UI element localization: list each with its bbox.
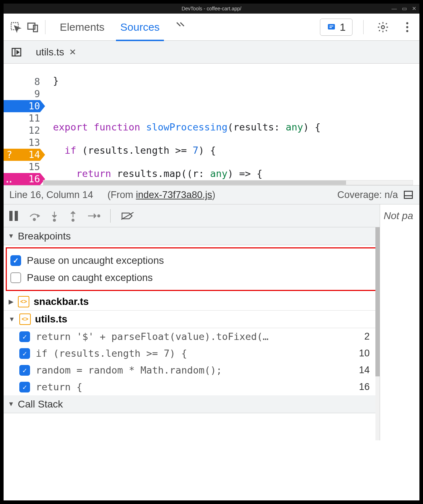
gutter-line[interactable]: 9 <box>4 88 40 100</box>
collapse-icon: ▼ <box>8 232 14 240</box>
line-gutter[interactable]: 8 9 10 11 12 13 14 15 16 <box>4 64 49 185</box>
source-info: (From index-73f73a80.js) <box>107 189 215 201</box>
expand-icon: ▶ <box>9 298 14 306</box>
close-button[interactable]: ✕ <box>412 5 417 12</box>
svg-rect-5 <box>330 27 332 28</box>
step-into-icon[interactable] <box>50 210 59 222</box>
breakpoint-checkbox[interactable] <box>19 382 30 392</box>
window-title: DevTools - coffee-cart.app/ <box>181 6 241 11</box>
breakpoint-checkbox[interactable] <box>19 331 30 342</box>
close-tab-icon[interactable]: ✕ <box>69 47 76 57</box>
breakpoint-checkbox[interactable] <box>19 348 30 359</box>
debug-separator <box>110 209 111 223</box>
svg-point-8 <box>406 26 408 28</box>
breakpoint-code: random = random * Math.random(); <box>36 365 222 376</box>
debugger-sidebar: ▼ Breakpoints Pause on uncaught exceptio… <box>4 204 380 440</box>
coverage-info: Coverage: n/a <box>337 189 398 201</box>
breakpoint-line: 16 <box>359 381 375 392</box>
file-tab-bar: utils.ts ✕ <box>4 41 419 64</box>
pause-uncaught-label: Pause on uncaught exceptions <box>27 255 164 266</box>
callstack-section-header[interactable]: ▼ Call Stack <box>4 395 380 413</box>
pause-caught-row[interactable]: Pause on caught exceptions <box>10 269 373 286</box>
svg-rect-12 <box>404 191 413 198</box>
exception-settings-highlight: Pause on uncaught exceptions Pause on ca… <box>6 247 378 291</box>
bottom-drawer-icon[interactable] <box>403 189 414 200</box>
breakpoints-label: Breakpoints <box>18 231 71 242</box>
code-editor[interactable]: 8 9 10 11 12 13 14 15 16 } export functi… <box>4 64 419 185</box>
devtools-window: DevTools - coffee-cart.app/ — ▭ ✕ Elemen… <box>4 4 419 500</box>
pause-uncaught-checkbox[interactable] <box>10 255 21 266</box>
callstack-label: Call Stack <box>18 399 63 410</box>
breakpoint-checkbox[interactable] <box>19 365 30 376</box>
breakpoint-item[interactable]: return '$' + parseFloat(value).toFixed(…… <box>4 328 380 345</box>
svg-point-9 <box>406 30 408 32</box>
breakpoint-line: 10 <box>359 348 375 359</box>
step-out-icon[interactable] <box>69 210 77 222</box>
more-tabs-icon[interactable] <box>175 15 188 40</box>
gutter-line-logpoint[interactable]: 16 <box>4 173 40 185</box>
editor-status-bar: Line 16, Column 14 (From index-73f73a80.… <box>4 185 419 204</box>
bp-file-utils[interactable]: ▼ <> utils.ts <box>4 311 380 328</box>
settings-icon[interactable] <box>374 19 392 36</box>
navigator-toggle-icon[interactable] <box>4 46 29 58</box>
issues-button[interactable]: 1 <box>320 19 352 36</box>
issue-icon <box>327 23 336 32</box>
script-icon: <> <box>18 296 29 307</box>
window-controls: — ▭ ✕ <box>392 5 417 12</box>
breakpoint-item[interactable]: random = random * Math.random(); 14 <box>4 362 380 379</box>
svg-rect-15 <box>15 211 18 221</box>
code-body[interactable]: } export function slowProcessing(results… <box>49 64 419 185</box>
gutter-line[interactable]: 12 <box>4 124 40 137</box>
tab-elements[interactable]: Elements <box>60 15 104 40</box>
device-toggle-icon[interactable] <box>24 19 42 36</box>
gutter-line[interactable]: 15 <box>4 161 40 173</box>
breakpoint-code: return '$' + parseFloat(value).toFixed(… <box>36 331 268 342</box>
main-toolbar: Elements Sources 1 <box>4 14 419 41</box>
pause-uncaught-row[interactable]: Pause on uncaught exceptions <box>10 252 373 269</box>
gutter-line[interactable]: 11 <box>4 112 40 124</box>
toolbar-separator-2 <box>363 20 364 34</box>
deactivate-breakpoints-icon[interactable] <box>121 211 134 221</box>
minimize-button[interactable]: — <box>392 5 397 12</box>
toolbar-right: 1 <box>320 19 416 36</box>
pause-caught-label: Pause on caught exceptions <box>27 272 153 283</box>
pause-caught-checkbox[interactable] <box>10 272 21 283</box>
svg-point-20 <box>72 219 74 221</box>
gutter-line[interactable]: 13 <box>4 137 40 149</box>
horizontal-scrollbar[interactable] <box>43 180 413 185</box>
collapse-icon: ▼ <box>9 316 15 323</box>
svg-point-16 <box>33 218 35 221</box>
collapse-icon: ▼ <box>8 400 14 408</box>
breakpoint-item[interactable]: if (results.length >= 7) { 10 <box>4 345 380 362</box>
gutter-line-breakpoint[interactable]: 10 <box>4 100 40 112</box>
debugger-panes: ▼ Breakpoints Pause on uncaught exceptio… <box>4 204 419 440</box>
breakpoints-section-header[interactable]: ▼ Breakpoints <box>4 227 380 245</box>
bp-file-snackbar[interactable]: ▶ <> snackbar.ts <box>4 293 380 311</box>
titlebar: DevTools - coffee-cart.app/ — ▭ ✕ <box>4 4 419 14</box>
vertical-scrollbar[interactable] <box>375 227 380 440</box>
not-paused-text: Not pa <box>384 210 413 221</box>
gutter-line[interactable] <box>4 64 40 76</box>
svg-rect-4 <box>330 25 334 26</box>
toolbar-separator <box>45 20 45 34</box>
tab-sources[interactable]: Sources <box>120 15 160 40</box>
pause-resume-icon[interactable] <box>9 210 19 222</box>
breakpoint-line: 14 <box>359 365 375 376</box>
gutter-line[interactable]: 8 <box>4 76 40 88</box>
step-over-icon[interactable] <box>29 210 40 222</box>
svg-point-7 <box>406 22 408 24</box>
file-tab-utils[interactable]: utils.ts ✕ <box>29 41 83 65</box>
breakpoint-code: if (results.length >= 7) { <box>36 348 187 359</box>
script-icon: <> <box>19 313 31 325</box>
tab-panel: Elements Sources <box>60 15 188 40</box>
svg-point-6 <box>381 25 385 29</box>
source-map-link[interactable]: index-73f73a80.js <box>136 189 212 200</box>
inspect-element-icon[interactable] <box>7 19 24 36</box>
breakpoint-line: 2 <box>364 331 375 342</box>
breakpoint-item[interactable]: return { 16 <box>4 379 380 395</box>
more-menu-icon[interactable] <box>399 19 416 36</box>
gutter-line-conditional-bp[interactable]: 14 <box>4 149 40 161</box>
maximize-button[interactable]: ▭ <box>402 5 407 12</box>
step-icon[interactable] <box>87 212 100 220</box>
debugger-right-pane: Not pa <box>380 204 419 440</box>
